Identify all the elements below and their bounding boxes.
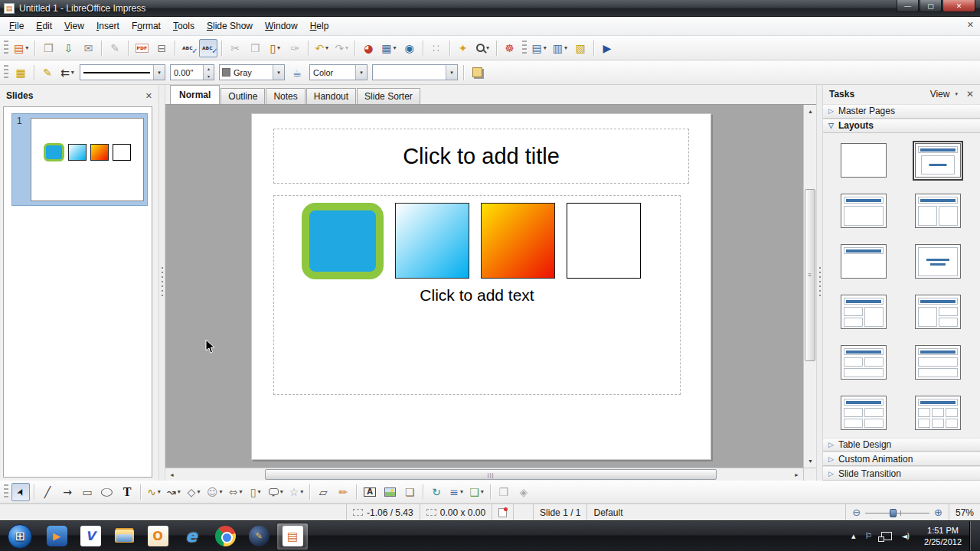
- menu-help[interactable]: Help: [304, 18, 335, 34]
- section-custom-animation[interactable]: ▷ Custom Animation: [823, 452, 980, 466]
- tasks-panel-close-icon[interactable]: ✕: [966, 89, 974, 99]
- line-width-input[interactable]: 0.00"▴▾: [170, 64, 214, 80]
- flowchart-dropdown-icon[interactable]: ▾: [257, 488, 260, 495]
- insert-table-button[interactable]: ▦▾: [379, 39, 398, 57]
- select-button[interactable]: ➤: [11, 483, 30, 501]
- title-placeholder[interactable]: Click to add title: [273, 129, 689, 184]
- slide-thumbnail-1[interactable]: 1: [11, 113, 148, 206]
- arrow-button[interactable]: →: [58, 483, 77, 501]
- scroll-left-icon[interactable]: ◄: [165, 468, 178, 481]
- zoom-dropdown-icon[interactable]: ▾: [486, 44, 489, 51]
- line-style-select[interactable]: ▾: [80, 64, 165, 80]
- tab-slide-sorter[interactable]: Slide Sorter: [357, 88, 420, 104]
- menu-format[interactable]: Format: [126, 18, 167, 34]
- navigator-button[interactable]: ✦: [454, 39, 472, 57]
- horizontal-scroll-thumb[interactable]: |||: [265, 469, 717, 480]
- line-style-select-dropdown-icon[interactable]: ▾: [153, 65, 165, 80]
- taskbar-app-internet-explorer[interactable]: e: [175, 523, 207, 550]
- scroll-down-icon[interactable]: ▼: [804, 455, 816, 468]
- new-presentation-dropdown-icon[interactable]: ▾: [25, 44, 28, 51]
- styles-button[interactable]: ▦: [11, 64, 30, 82]
- layout-option-content-left-two-content-right[interactable]: [913, 292, 963, 332]
- rotate-button[interactable]: ↻: [427, 483, 446, 501]
- paste-button[interactable]: ▯▾: [266, 39, 284, 57]
- section-slide-transition[interactable]: ▷ Slide Transition: [823, 466, 980, 481]
- shadow-button[interactable]: [468, 64, 486, 82]
- layout-option-centered-text[interactable]: [913, 242, 963, 282]
- curve-dropdown-icon[interactable]: ▾: [158, 488, 161, 495]
- start-button[interactable]: ⊞: [0, 521, 40, 551]
- white-square-shape[interactable]: [567, 203, 641, 279]
- slide-layout-button[interactable]: ▥▾: [550, 39, 570, 57]
- arrange-dropdown-icon[interactable]: ▾: [481, 488, 484, 495]
- area-fill-select-dropdown-icon[interactable]: ▾: [446, 65, 457, 80]
- blue-gradient-square-shape[interactable]: [395, 203, 469, 279]
- menu-tools[interactable]: Tools: [167, 18, 201, 34]
- start-slideshow-button[interactable]: ▶: [598, 39, 616, 57]
- paste-dropdown-icon[interactable]: ▾: [277, 44, 280, 51]
- menu-view[interactable]: View: [58, 18, 90, 34]
- insert-picture-button[interactable]: [381, 483, 399, 501]
- export-pdf-button[interactable]: PDF: [132, 39, 151, 57]
- area-style-select[interactable]: Color▾: [309, 64, 368, 80]
- menu-edit[interactable]: Edit: [30, 18, 58, 34]
- flowchart-button[interactable]: ▯▾: [247, 483, 265, 501]
- left-panel-splitter[interactable]: [158, 85, 165, 481]
- slide-canvas[interactable]: Click to add title Click to add text ▲ ≡…: [165, 105, 816, 481]
- vertical-scroll-thumb[interactable]: ≡: [805, 189, 815, 361]
- insert-hyperlink-button[interactable]: ◉: [400, 39, 419, 57]
- layout-option-six-content[interactable]: [913, 393, 963, 433]
- basic-shapes-button[interactable]: ◇▾: [185, 483, 203, 501]
- spelling-button[interactable]: ABC: [179, 39, 198, 57]
- slides-panel-close-icon[interactable]: ✕: [145, 91, 152, 101]
- area-fill-select[interactable]: ▾: [372, 64, 458, 80]
- taskbar-app-impress[interactable]: ▤: [276, 523, 309, 550]
- show-desktop-button[interactable]: [969, 521, 980, 551]
- close-button[interactable]: ✕: [942, 0, 975, 12]
- layout-option-title-only[interactable]: [838, 242, 889, 282]
- toolbar-grip[interactable]: [4, 65, 8, 80]
- tray-hidden-icons-icon[interactable]: ▴: [851, 531, 856, 541]
- tab-notes[interactable]: Notes: [266, 88, 305, 104]
- line-dialog-button[interactable]: ✎: [38, 64, 57, 82]
- auto-spellcheck-button[interactable]: ABC: [199, 39, 217, 57]
- connector-dropdown-icon[interactable]: ▾: [178, 488, 181, 495]
- section-master-pages[interactable]: ▷ Master Pages: [823, 104, 980, 119]
- arrange-button[interactable]: ❑▾: [467, 483, 486, 501]
- curve-button[interactable]: ∿▾: [145, 483, 163, 501]
- line-color-select-dropdown-icon[interactable]: ▾: [273, 65, 284, 80]
- email-document-button[interactable]: ✉: [79, 39, 97, 57]
- print-button[interactable]: ⊟: [152, 39, 171, 57]
- taskbar-app-visio[interactable]: V: [74, 523, 106, 550]
- taskbar-app-explorer[interactable]: [108, 523, 140, 550]
- layout-option-two-content-left-content-right[interactable]: [838, 292, 889, 332]
- taskbar-app-media-player[interactable]: ▶: [41, 523, 73, 550]
- zoom-button[interactable]: ▾: [474, 39, 492, 57]
- undo-button[interactable]: ↶▾: [312, 39, 331, 57]
- zoom-out-icon[interactable]: ⊖: [852, 507, 861, 518]
- section-layouts[interactable]: ▽ Layouts: [823, 119, 980, 133]
- callouts-button[interactable]: ▾: [266, 483, 286, 501]
- tasks-view-menu[interactable]: View ▾ ✕: [930, 89, 974, 99]
- right-panel-splitter[interactable]: [816, 85, 823, 481]
- block-arrows-dropdown-icon[interactable]: ▾: [239, 488, 242, 495]
- tab-handout[interactable]: Handout: [306, 88, 356, 104]
- glue-points-button[interactable]: ✏: [334, 483, 352, 501]
- alignment-button[interactable]: ≡▾: [447, 483, 466, 501]
- section-table-design[interactable]: ▷ Table Design: [823, 438, 980, 452]
- red-gradient-square-shape[interactable]: [481, 203, 555, 279]
- stars-button[interactable]: ☆▾: [287, 483, 306, 501]
- zoom-slider[interactable]: [865, 508, 929, 517]
- rectangle-button[interactable]: ▭: [78, 483, 96, 501]
- symbol-shapes-button[interactable]: ☺▾: [204, 483, 225, 501]
- layout-option-two-content-rows[interactable]: [913, 343, 963, 383]
- zoom-percent[interactable]: 57%: [949, 504, 980, 520]
- toolbar-grip[interactable]: [4, 41, 8, 56]
- taskbar-app-chrome[interactable]: [209, 523, 241, 550]
- tray-volume-icon[interactable]: ◄): [901, 532, 909, 540]
- layout-option-title-two-content[interactable]: [913, 191, 963, 231]
- arrow-style-button[interactable]: ⇇▾: [58, 64, 77, 82]
- tray-network-icon[interactable]: [881, 532, 892, 540]
- open-button[interactable]: ❒: [39, 39, 57, 57]
- slide-design-button[interactable]: ▧: [571, 39, 590, 57]
